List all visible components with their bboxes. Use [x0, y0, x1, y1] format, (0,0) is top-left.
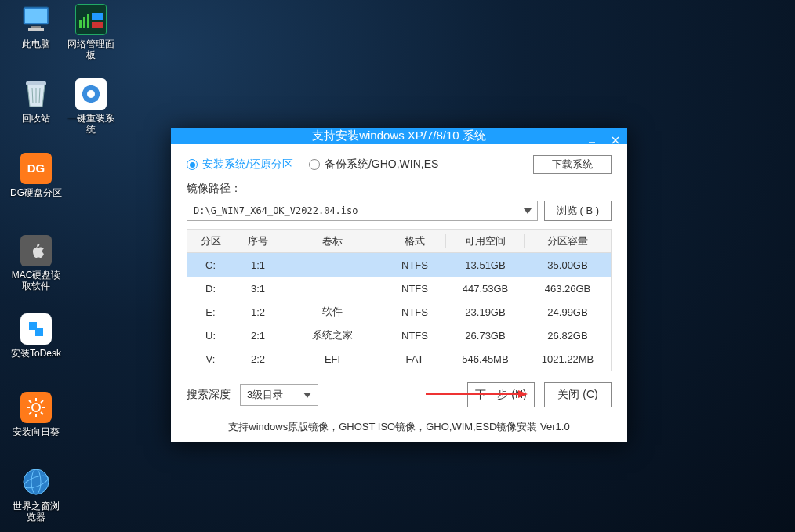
desktop-icon-label: 此电脑	[9, 38, 63, 49]
svg-point-29	[89, 85, 93, 88]
desktop-icon-recycle-bin[interactable]: 回收站	[9, 78, 63, 124]
dropdown-icon[interactable]	[517, 201, 537, 220]
radio-label: 备份系统/GHO,WIN,ES	[325, 157, 438, 172]
radio-label: 安装系统/还原分区	[202, 157, 293, 172]
desktop-icon-reinstall[interactable]: 一键重装系统	[64, 78, 118, 135]
close-button[interactable]: 关闭 (C)	[544, 382, 612, 407]
svg-rect-23	[83, 17, 85, 28]
svg-point-31	[82, 92, 85, 96]
chevron-down-icon	[303, 393, 311, 398]
arrow-annotation	[426, 389, 528, 400]
svg-rect-26	[92, 22, 103, 28]
desktop-icon-this-pc[interactable]: 此电脑	[9, 4, 63, 49]
window-title: 支持安装windows XP/7/8/10 系统	[312, 128, 486, 143]
svg-point-32	[97, 92, 100, 96]
svg-point-30	[89, 100, 93, 103]
svg-line-17	[41, 400, 43, 403]
radio-install-restore[interactable]: 安装系统/还原分区	[187, 157, 293, 172]
radio-dot-icon	[187, 159, 198, 170]
desktop-icon-label: 安装ToDesk	[9, 348, 63, 359]
svg-line-14	[29, 400, 31, 403]
table-row[interactable]: U:2:1系统之家NTFS26.73GB26.82GB	[187, 324, 611, 347]
table-row[interactable]: E:1:2软件NTFS23.19GB24.99GB	[187, 300, 611, 324]
desktop-icon-label: 回收站	[9, 113, 63, 124]
svg-rect-24	[87, 14, 89, 28]
minimize-button[interactable]	[580, 128, 604, 153]
desktop-icon-label: MAC硬盘读取软件	[9, 270, 63, 291]
svg-rect-2	[31, 26, 41, 28]
svg-point-36	[95, 87, 98, 90]
svg-point-28	[87, 90, 95, 98]
svg-line-16	[29, 412, 31, 414]
image-path-label: 镜像路径：	[187, 182, 612, 196]
browse-button[interactable]: 浏览 ( B )	[544, 201, 612, 221]
svg-text:DG: DG	[27, 161, 45, 175]
radio-backup[interactable]: 备份系统/GHO,WIN,ES	[309, 157, 438, 172]
download-system-button[interactable]: 下载系统	[533, 155, 612, 174]
svg-rect-22	[79, 20, 82, 28]
svg-rect-25	[92, 13, 103, 20]
svg-point-33	[84, 87, 87, 90]
desktop-icon-label: 安装向日葵	[9, 426, 63, 437]
desktop-icon-label: 网络管理面板	[64, 38, 118, 60]
svg-rect-1	[25, 9, 47, 23]
table-header: 分区 序号 卷标 格式 可用空间 分区容量	[187, 230, 611, 253]
titlebar[interactable]: 支持安装windows XP/7/8/10 系统	[171, 128, 627, 144]
table-row[interactable]: C:1:1NTFS13.51GB35.00GB	[187, 253, 611, 277]
svg-point-9	[32, 404, 40, 411]
desktop-icon-sunflower[interactable]: 安装向日葵	[9, 392, 63, 437]
svg-rect-4	[26, 81, 46, 85]
desktop-icon-mac-disk[interactable]: MAC硬盘读取软件	[9, 235, 63, 291]
desktop-icon-network-panel[interactable]: 网络管理面板	[64, 4, 118, 60]
desktop-icon-label: 一键重装系统	[64, 113, 118, 135]
svg-marker-41	[518, 390, 528, 398]
desktop-icon-browser[interactable]: 世界之窗浏览器	[9, 466, 63, 523]
desktop-icon-label: DG硬盘分区	[9, 187, 63, 198]
image-path-combo[interactable]: D:\G_WIN7_X64_OK_V2022.04.iso	[187, 201, 538, 221]
svg-point-34	[95, 98, 98, 101]
radio-dot-icon	[309, 159, 320, 170]
table-row[interactable]: D:3:1NTFS447.53GB463.26GB	[187, 277, 611, 300]
footer-text: 支持windows原版镜像，GHOST ISO镜像，GHO,WIM,ESD镜像安…	[171, 414, 627, 442]
partition-table: 分区 序号 卷标 格式 可用空间 分区容量 C:1:1NTFS13.51GB35…	[187, 229, 612, 371]
svg-point-35	[84, 98, 87, 101]
desktop-icon-dg[interactable]: DG DG硬盘分区	[9, 153, 63, 198]
table-row[interactable]: V:2:2EFIFAT546.45MB1021.22MB	[187, 347, 611, 371]
svg-rect-3	[28, 28, 44, 31]
close-icon[interactable]	[604, 128, 627, 153]
image-path-value: D:\G_WIN7_X64_OK_V2022.04.iso	[187, 205, 517, 216]
search-depth-select[interactable]: 3级目录	[240, 384, 318, 406]
svg-line-15	[41, 412, 43, 414]
search-depth-label: 搜索深度	[187, 388, 231, 402]
installer-window: 支持安装windows XP/7/8/10 系统 安装系统/还原分区 备份系统/…	[171, 128, 627, 442]
desktop-icon-label: 世界之窗浏览器	[9, 501, 63, 523]
desktop-icon-todesk[interactable]: 安装ToDesk	[9, 313, 63, 359]
